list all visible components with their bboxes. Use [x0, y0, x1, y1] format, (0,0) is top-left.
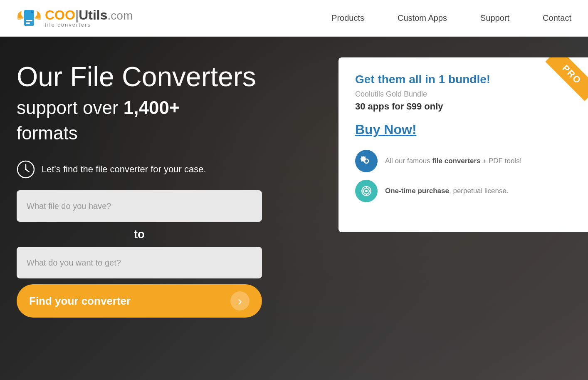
bundle-feature-license: One-time purchase, perpetual license. — [355, 180, 573, 202]
nav-products[interactable]: Products — [331, 13, 364, 23]
nav-custom-apps[interactable]: Custom Apps — [398, 13, 447, 23]
logo-icon — [17, 7, 42, 30]
gear-icon — [360, 155, 373, 167]
target-input-box[interactable]: What do you want to get? — [17, 247, 262, 278]
bundle-feature-text-2: One-time purchase, perpetual license. — [385, 186, 509, 196]
nav-contact[interactable]: Contact — [543, 13, 571, 23]
buy-now-link[interactable]: Buy Now! — [355, 122, 573, 137]
find-btn-arrow-icon: › — [230, 291, 250, 310]
bundle-card: PRO Get them all in 1 bundle! Coolutils … — [338, 57, 588, 232]
logo-text: COO|Utils.com file converters — [45, 8, 133, 28]
logo[interactable]: COO|Utils.com file converters — [17, 7, 133, 30]
svg-rect-1 — [26, 20, 32, 21]
hero-subtitle: support over 1,400+ — [17, 97, 316, 119]
pro-corner-badge: PRO — [534, 57, 588, 112]
gear-icon-circle — [355, 150, 378, 172]
nav-support[interactable]: Support — [480, 13, 509, 23]
bundle-feature-text-1: All our famous file converters + PDF too… — [385, 156, 521, 166]
hero-formats: formats — [17, 123, 316, 144]
chart-icon — [360, 185, 373, 197]
header: COO|Utils.com file converters Products C… — [0, 0, 588, 37]
hero-section: Our File Converters support over 1,400+ … — [0, 37, 588, 380]
find-btn-label: Find your converter — [29, 295, 131, 308]
hero-find-description: Let's find the file converter for your c… — [17, 160, 316, 179]
main-nav: Products Custom Apps Support Contact — [331, 13, 571, 23]
chart-icon-circle — [355, 180, 378, 202]
find-converter-button[interactable]: Find your converter › — [17, 284, 262, 318]
file-input-box[interactable]: What file do you have? — [17, 190, 262, 222]
svg-point-11 — [365, 190, 368, 192]
hero-title: Our File Converters — [17, 62, 316, 92]
pro-label: PRO — [546, 57, 588, 101]
svg-point-7 — [25, 169, 27, 170]
clock-icon — [17, 160, 35, 179]
bundle-feature-converters: All our famous file converters + PDF too… — [355, 150, 573, 172]
hero-content: Our File Converters support over 1,400+ … — [0, 37, 316, 318]
to-label: to — [17, 228, 262, 241]
svg-rect-2 — [26, 22, 30, 24]
